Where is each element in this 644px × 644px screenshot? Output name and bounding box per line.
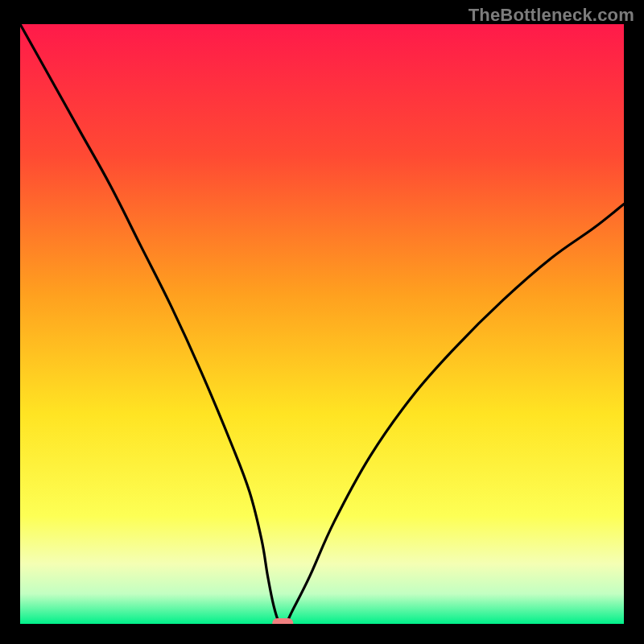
watermark-text: TheBottleneck.com bbox=[469, 5, 634, 26]
optimum-marker bbox=[272, 618, 293, 624]
chart-frame: TheBottleneck.com bbox=[0, 0, 644, 644]
chart-svg bbox=[20, 24, 624, 624]
chart-background bbox=[20, 24, 624, 624]
chart-plot-area bbox=[20, 24, 624, 624]
